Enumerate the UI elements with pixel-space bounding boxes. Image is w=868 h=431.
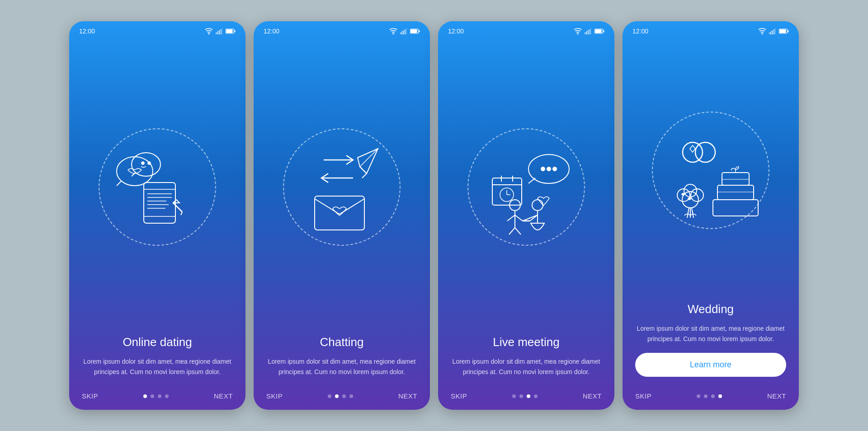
text-chatting: Lorem ipsum dolor sit dim amet, mea regi… xyxy=(266,356,417,377)
status-icons-3 xyxy=(574,28,604,34)
skip-button-1[interactable]: SKIP xyxy=(82,392,98,400)
svg-point-83 xyxy=(684,184,697,197)
dot-1-1[interactable] xyxy=(143,394,147,398)
svg-rect-24 xyxy=(400,33,401,34)
dot-2-4[interactable] xyxy=(349,394,353,398)
wifi-icon xyxy=(205,28,213,34)
svg-rect-4 xyxy=(222,28,223,34)
signal-icon-4 xyxy=(769,28,776,34)
svg-rect-27 xyxy=(406,28,408,34)
svg-rect-30 xyxy=(411,29,417,33)
svg-rect-1 xyxy=(216,33,217,34)
svg-point-64 xyxy=(553,167,557,171)
next-button-2[interactable]: NEXT xyxy=(398,392,417,400)
svg-line-52 xyxy=(523,215,538,221)
skip-button-2[interactable]: SKIP xyxy=(266,392,283,400)
dashed-circle-4 xyxy=(652,112,769,229)
svg-rect-25 xyxy=(402,31,404,34)
status-icons-4 xyxy=(758,28,789,34)
svg-rect-29 xyxy=(419,30,420,33)
dot-2-3[interactable] xyxy=(342,394,346,398)
dot-4-3[interactable] xyxy=(711,394,715,398)
svg-point-65 xyxy=(762,33,763,34)
status-icons-1 xyxy=(205,28,236,34)
svg-rect-72 xyxy=(780,29,786,33)
next-button-4[interactable]: NEXT xyxy=(767,392,786,400)
content-area-4: Wedding Lorem ipsum dolor sit dim amet, … xyxy=(623,302,799,386)
dot-3-4[interactable] xyxy=(534,394,538,398)
signal-icon-2 xyxy=(400,28,407,34)
dot-4-2[interactable] xyxy=(704,394,708,398)
text-live-meeting: Lorem ipsum dolor sit dim amet, mea regi… xyxy=(451,356,602,377)
nav-bar-1: SKIP NEXT xyxy=(69,386,245,410)
dot-3-1[interactable] xyxy=(512,394,516,398)
svg-rect-31 xyxy=(315,196,364,230)
svg-line-86 xyxy=(692,208,693,218)
svg-point-63 xyxy=(547,167,551,171)
svg-rect-6 xyxy=(235,30,236,33)
dot-2-2[interactable] xyxy=(335,394,339,398)
status-time-2: 12:00 xyxy=(264,28,279,35)
dot-3-2[interactable] xyxy=(519,394,523,398)
wifi-icon-2 xyxy=(389,28,397,34)
svg-rect-36 xyxy=(585,33,586,34)
dot-1-2[interactable] xyxy=(151,394,154,398)
illustration-chatting xyxy=(254,38,430,335)
svg-rect-74 xyxy=(717,185,754,200)
wifi-icon-4 xyxy=(758,28,766,34)
dashed-circle-1 xyxy=(99,128,216,246)
title-chatting: Chatting xyxy=(266,335,417,349)
svg-line-48 xyxy=(515,228,521,234)
learn-more-button[interactable]: Learn more xyxy=(635,353,786,377)
svg-rect-3 xyxy=(220,30,221,34)
svg-line-18 xyxy=(181,212,182,215)
svg-line-46 xyxy=(515,215,523,221)
svg-rect-68 xyxy=(773,30,774,34)
svg-rect-8 xyxy=(144,183,175,223)
screen-online-dating: 12:00 xyxy=(69,21,245,410)
battery-icon-3 xyxy=(594,28,604,34)
chatting-illustration xyxy=(288,133,396,241)
title-online-dating: Online dating xyxy=(82,335,233,349)
svg-point-49 xyxy=(532,200,543,211)
svg-rect-73 xyxy=(722,173,749,185)
svg-rect-75 xyxy=(713,200,758,216)
dashed-circle-3 xyxy=(467,128,585,246)
svg-point-35 xyxy=(577,33,578,34)
nav-dots-1 xyxy=(143,394,169,398)
svg-rect-2 xyxy=(218,31,219,34)
dot-4-4[interactable] xyxy=(718,394,722,398)
screen-wedding: 12:00 xyxy=(623,21,799,410)
live-meeting-illustration xyxy=(472,133,580,241)
status-time-1: 12:00 xyxy=(79,28,95,35)
status-bar-2: 12:00 xyxy=(254,21,430,38)
battery-icon-2 xyxy=(410,28,420,34)
next-button-1[interactable]: NEXT xyxy=(214,392,233,400)
dot-3-3[interactable] xyxy=(527,394,530,398)
skip-button-3[interactable]: SKIP xyxy=(451,392,467,400)
status-bar-3: 12:00 xyxy=(438,21,614,38)
skip-button-4[interactable]: SKIP xyxy=(635,392,651,400)
nav-dots-3 xyxy=(512,394,538,398)
svg-line-16 xyxy=(173,203,182,212)
status-time-4: 12:00 xyxy=(632,28,648,35)
dot-1-4[interactable] xyxy=(165,394,169,398)
svg-rect-26 xyxy=(404,30,406,34)
svg-rect-37 xyxy=(587,31,588,34)
text-online-dating: Lorem ipsum dolor sit dim amet, mea regi… xyxy=(82,356,233,377)
battery-icon xyxy=(226,28,236,34)
dot-1-3[interactable] xyxy=(158,394,161,398)
screens-container: 12:00 xyxy=(56,8,812,423)
illustration-wedding xyxy=(623,38,799,302)
nav-bar-3: SKIP NEXT xyxy=(438,386,614,410)
svg-rect-71 xyxy=(788,30,789,33)
dot-2-1[interactable] xyxy=(328,394,331,398)
next-button-3[interactable]: NEXT xyxy=(583,392,602,400)
status-icons-2 xyxy=(389,28,420,34)
svg-line-32 xyxy=(360,149,378,167)
dot-4-1[interactable] xyxy=(697,394,700,398)
status-bar-4: 12:00 xyxy=(623,21,799,38)
illustration-online-dating xyxy=(69,38,245,335)
svg-rect-69 xyxy=(775,28,777,34)
svg-rect-39 xyxy=(591,28,592,34)
